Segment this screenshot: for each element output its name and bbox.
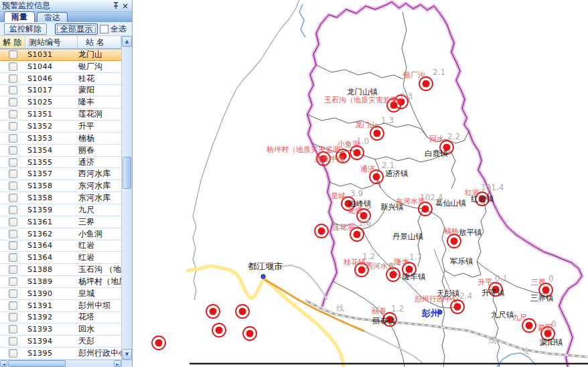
station-marker-dot[interactable]: [358, 267, 366, 274]
release-checkbox[interactable]: [9, 110, 17, 119]
release-checkbox[interactable]: [9, 194, 17, 202]
station-marker-dot[interactable]: [239, 308, 246, 315]
table-row[interactable]: S1395彭州行政中心: [0, 348, 121, 360]
horizontal-scroll-thumb[interactable]: [8, 360, 66, 367]
station-marker-dot[interactable]: [354, 149, 361, 157]
station-marker-dot[interactable]: [526, 322, 533, 329]
header-station-name[interactable]: 站 名: [78, 36, 121, 49]
release-checkbox[interactable]: [9, 265, 17, 274]
release-checkbox[interactable]: [9, 218, 17, 226]
release-checkbox[interactable]: [9, 62, 17, 71]
release-checkbox[interactable]: [9, 181, 17, 190]
release-checkbox[interactable]: [9, 122, 17, 131]
release-checkbox[interactable]: [9, 253, 17, 262]
pin-icon[interactable]: [111, 1, 121, 11]
station-marker-dot[interactable]: [454, 303, 461, 311]
header-release[interactable]: 解 除: [0, 36, 25, 49]
table-row[interactable]: S1364红岩: [0, 240, 121, 252]
station-marker-dot[interactable]: [542, 287, 550, 294]
table-row[interactable]: S1352升平: [0, 121, 121, 133]
station-marker-dot[interactable]: [216, 327, 223, 334]
table-row[interactable]: S1389杨坪村（地质...: [0, 276, 121, 288]
release-cell: [0, 277, 25, 286]
table-row[interactable]: S1358东河水库: [0, 192, 121, 204]
scroll-up-button[interactable]: ▲: [122, 36, 132, 47]
station-marker-dot[interactable]: [390, 271, 397, 279]
station-name: 龙门山: [78, 49, 121, 60]
station-marker-dot[interactable]: [374, 130, 381, 137]
table-row[interactable]: S1025隆丰: [0, 96, 121, 108]
release-cell: [0, 289, 25, 298]
release-checkbox[interactable]: [9, 349, 17, 358]
release-checkbox[interactable]: [9, 301, 17, 310]
station-id: S1355: [25, 158, 78, 167]
header-station-id[interactable]: 测站编号: [25, 36, 78, 49]
scroll-left-button[interactable]: ◄: [0, 360, 7, 367]
table-row[interactable]: S1358东河水库: [0, 180, 121, 192]
release-checkbox[interactable]: [9, 86, 17, 94]
station-id: S1362: [25, 230, 78, 238]
station-marker-dot[interactable]: [318, 228, 325, 235]
vertical-scrollbar[interactable]: ▲ ▼: [121, 36, 132, 360]
map-station-label: 九尺: [512, 313, 527, 322]
station-marker-dot[interactable]: [246, 330, 254, 338]
select-all-checkbox[interactable]: [100, 25, 108, 33]
table-row[interactable]: S1391彭州中坝: [0, 300, 121, 312]
release-checkbox[interactable]: [9, 313, 17, 321]
table-row[interactable]: S1364红岩: [0, 252, 121, 264]
table-row[interactable]: S1044银厂沟: [0, 61, 121, 73]
map-value-label: 2.2: [447, 132, 460, 141]
release-checkbox[interactable]: [9, 169, 17, 178]
station-marker-dot[interactable]: [210, 308, 217, 315]
station-marker-dot[interactable]: [423, 80, 430, 88]
table-row[interactable]: S1355通济: [0, 157, 121, 169]
table-row[interactable]: S1393回水: [0, 323, 121, 336]
table-row[interactable]: S1354丽春: [0, 145, 121, 157]
map-station-label: 彭州中坝: [315, 155, 344, 163]
station-id: S1044: [25, 62, 78, 71]
horizontal-scrollbar[interactable]: ◄ ►: [0, 360, 121, 367]
table-row[interactable]: S1017蒙阳: [0, 85, 121, 97]
table-row[interactable]: S1351莲花洞: [0, 108, 121, 121]
table-row[interactable]: S1362小鱼洞: [0, 228, 121, 240]
show-all-button[interactable]: 全部显示: [55, 23, 98, 35]
vertical-scroll-thumb[interactable]: [123, 157, 131, 189]
release-checkbox[interactable]: [9, 230, 17, 238]
table-row[interactable]: S1388玉石沟 （地...: [0, 264, 121, 276]
map-value-label: 101.4: [481, 183, 504, 192]
station-marker-dot[interactable]: [451, 238, 458, 245]
release-checkbox[interactable]: [9, 146, 17, 155]
tab-rainfall[interactable]: 雨量: [4, 11, 35, 22]
table-row[interactable]: S1390皇城: [0, 288, 121, 300]
release-checkbox[interactable]: [9, 134, 17, 143]
station-marker-dot[interactable]: [373, 173, 380, 181]
scroll-down-button[interactable]: ▼: [122, 349, 132, 360]
release-checkbox[interactable]: [9, 74, 17, 83]
table-row[interactable]: S1031龙门山: [0, 49, 121, 61]
map-road-label: 汶: [522, 346, 530, 356]
table-row[interactable]: S1353楠杨: [0, 133, 121, 145]
close-icon[interactable]: ×: [121, 1, 130, 11]
station-marker-dot[interactable]: [354, 231, 361, 238]
table-row[interactable]: S1359九尺: [0, 204, 121, 216]
scroll-right-button[interactable]: ►: [114, 360, 121, 367]
table-row[interactable]: S1361三界: [0, 216, 121, 228]
table-row[interactable]: S1394天彭: [0, 336, 121, 348]
station-marker-dot[interactable]: [422, 206, 429, 213]
release-checkbox[interactable]: [9, 325, 17, 334]
table-row[interactable]: S1357西河水库: [0, 168, 121, 180]
station-marker-dot[interactable]: [155, 340, 163, 347]
table-row[interactable]: S1046桂花: [0, 73, 121, 85]
release-checkbox[interactable]: [9, 289, 17, 298]
release-checkbox[interactable]: [9, 158, 17, 167]
release-checkbox[interactable]: [9, 50, 17, 59]
table-row[interactable]: S1392花塔: [0, 312, 121, 324]
tab-radar[interactable]: 雷达: [37, 12, 68, 22]
release-checkbox[interactable]: [9, 206, 17, 214]
release-monitor-button[interactable]: 监控解除: [4, 23, 47, 35]
release-checkbox[interactable]: [9, 277, 17, 286]
release-checkbox[interactable]: [9, 241, 17, 250]
release-checkbox[interactable]: [9, 98, 17, 106]
release-checkbox[interactable]: [9, 337, 17, 346]
station-id: S1392: [25, 313, 78, 321]
